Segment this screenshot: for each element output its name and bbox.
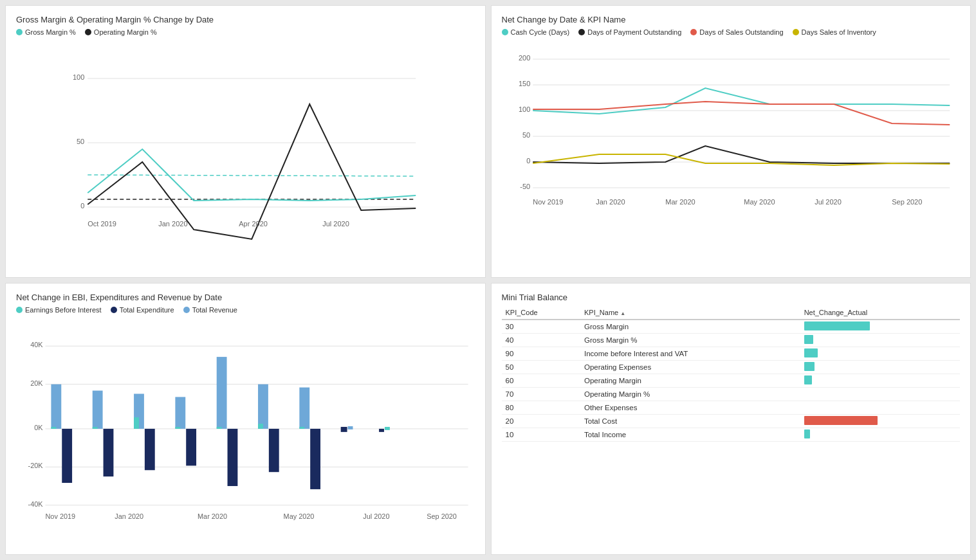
svg-rect-52 bbox=[217, 357, 227, 429]
chart2-title: Net Change by Date & KPI Name bbox=[502, 15, 961, 24]
svg-rect-47 bbox=[145, 428, 155, 469]
svg-rect-45 bbox=[93, 426, 98, 428]
kpi-name-cell: Income before Interest and VAT bbox=[580, 347, 800, 360]
svg-text:20K: 20K bbox=[30, 379, 43, 386]
chart3-area: 40K 20K 0K -20K -40K bbox=[16, 318, 475, 532]
table-row: 40Gross Margin % bbox=[502, 333, 961, 347]
svg-line-6 bbox=[87, 175, 416, 176]
trial-balance-table: KPI_Code KPI_Name ▲ Net_Change_Actual 30… bbox=[502, 306, 961, 442]
table-row: 30Gross Margin bbox=[502, 320, 961, 334]
svg-rect-57 bbox=[258, 424, 263, 429]
bar-fill bbox=[804, 416, 878, 425]
chart3-svg: 40K 20K 0K -20K -40K bbox=[16, 318, 475, 530]
svg-text:-20K: -20K bbox=[28, 462, 44, 469]
svg-text:200: 200 bbox=[518, 54, 529, 62]
inventory-dot bbox=[793, 29, 799, 35]
table-row: 80Other Expenses bbox=[502, 401, 961, 414]
net-change-cell bbox=[800, 374, 960, 387]
net-change-cell bbox=[800, 428, 960, 441]
chart1-legend: Gross Margin % Operating Margin % bbox=[16, 28, 475, 36]
net-change-cell bbox=[800, 387, 960, 401]
svg-rect-58 bbox=[299, 387, 309, 428]
svg-rect-50 bbox=[186, 428, 196, 465]
svg-rect-43 bbox=[93, 390, 103, 428]
gross-margin-dot bbox=[16, 29, 23, 35]
svg-text:Jan 2020: Jan 2020 bbox=[115, 512, 143, 520]
chart3-title: Net Change in EBI, Expenditures and Reve… bbox=[16, 293, 475, 302]
gross-margin-card: Gross Margin & Operating Margin % Change… bbox=[5, 5, 486, 278]
svg-rect-63 bbox=[379, 428, 384, 431]
svg-text:May 2020: May 2020 bbox=[744, 198, 775, 206]
legend-operating-margin-label: Operating Margin % bbox=[94, 28, 157, 36]
table-row: 50Operating Expenses bbox=[502, 360, 961, 374]
table-row: 10Total Income bbox=[502, 428, 961, 441]
dashboard: Gross Margin & Operating Margin % Change… bbox=[0, 0, 976, 560]
cash-cycle-dot bbox=[502, 29, 508, 35]
sort-arrow-icon[interactable]: ▲ bbox=[620, 311, 625, 316]
net-change-cell bbox=[800, 333, 960, 347]
svg-text:May 2020: May 2020 bbox=[284, 512, 315, 520]
legend-sales-outstanding: Days of Sales Outstanding bbox=[690, 28, 783, 36]
kpi-name-cell: Operating Expenses bbox=[580, 360, 800, 374]
svg-rect-55 bbox=[258, 384, 268, 428]
col-net-change: Net_Change_Actual bbox=[800, 306, 960, 320]
legend-operating-margin: Operating Margin % bbox=[85, 28, 157, 36]
svg-text:Nov 2019: Nov 2019 bbox=[533, 198, 563, 206]
svg-rect-61 bbox=[341, 426, 347, 431]
legend-inventory: Days Sales of Inventory bbox=[793, 28, 876, 36]
svg-text:Jan 2020: Jan 2020 bbox=[158, 220, 187, 228]
svg-text:100: 100 bbox=[518, 105, 529, 113]
legend-ebi: Earnings Before Interest bbox=[16, 306, 102, 314]
svg-rect-54 bbox=[217, 426, 222, 428]
total-exp-dot bbox=[111, 307, 117, 313]
svg-rect-64 bbox=[385, 426, 390, 429]
svg-rect-51 bbox=[175, 426, 180, 428]
legend-total-exp-label: Total Expenditure bbox=[120, 306, 174, 314]
net-change-cell bbox=[800, 414, 960, 428]
table-row: 70Operating Margin % bbox=[502, 387, 961, 401]
net-change-cell bbox=[800, 347, 960, 360]
kpi-name-cell: Gross Margin bbox=[580, 320, 800, 334]
svg-rect-56 bbox=[269, 428, 279, 471]
chart1-svg: 100 50 0 Oct 2019 Jan 2020 Apr 2020 Jul … bbox=[16, 40, 475, 246]
bar-fill bbox=[804, 375, 812, 384]
svg-text:Jul 2020: Jul 2020 bbox=[322, 220, 349, 228]
kpi-name-cell: Operating Margin % bbox=[580, 387, 800, 401]
svg-rect-59 bbox=[310, 428, 320, 489]
svg-text:Apr 2020: Apr 2020 bbox=[239, 220, 268, 228]
kpi-name-cell: Other Expenses bbox=[580, 401, 800, 414]
svg-rect-42 bbox=[51, 426, 56, 428]
svg-rect-41 bbox=[62, 428, 72, 482]
chart3-legend: Earnings Before Interest Total Expenditu… bbox=[16, 306, 475, 314]
kpi-code-cell: 10 bbox=[502, 428, 581, 441]
svg-text:40K: 40K bbox=[30, 341, 43, 348]
legend-ebi-label: Earnings Before Interest bbox=[25, 306, 102, 314]
svg-text:0K: 0K bbox=[34, 423, 43, 431]
kpi-code-cell: 50 bbox=[502, 360, 581, 374]
svg-text:Mar 2020: Mar 2020 bbox=[198, 512, 227, 520]
svg-text:Sep 2020: Sep 2020 bbox=[427, 512, 457, 520]
kpi-code-cell: 80 bbox=[502, 401, 581, 414]
total-rev-dot bbox=[183, 307, 190, 313]
legend-payment-outstanding: Days of Payment Outstanding bbox=[578, 28, 681, 36]
svg-text:Jan 2020: Jan 2020 bbox=[596, 198, 625, 206]
svg-text:Nov 2019: Nov 2019 bbox=[46, 512, 76, 520]
chart4-title: Mini Trial Balance bbox=[502, 293, 961, 302]
svg-rect-49 bbox=[175, 397, 185, 428]
svg-text:-50: -50 bbox=[520, 183, 530, 190]
svg-text:Oct 2019: Oct 2019 bbox=[87, 220, 116, 228]
svg-rect-40 bbox=[51, 384, 61, 428]
kpi-code-cell: 20 bbox=[502, 414, 581, 428]
payment-outstanding-dot bbox=[578, 29, 585, 35]
legend-gross-margin-label: Gross Margin % bbox=[25, 28, 76, 36]
svg-text:50: 50 bbox=[522, 131, 530, 139]
legend-sales-outstanding-label: Days of Sales Outstanding bbox=[699, 28, 783, 36]
svg-rect-48 bbox=[134, 417, 139, 429]
ebi-card: Net Change in EBI, Expenditures and Reve… bbox=[5, 283, 486, 555]
net-change-kpi-card: Net Change by Date & KPI Name Cash Cycle… bbox=[491, 5, 971, 278]
svg-text:Jul 2020: Jul 2020 bbox=[815, 198, 842, 206]
svg-rect-53 bbox=[228, 428, 238, 485]
svg-text:-40K: -40K bbox=[28, 500, 44, 507]
net-change-cell bbox=[800, 401, 960, 414]
svg-text:Mar 2020: Mar 2020 bbox=[665, 198, 695, 206]
